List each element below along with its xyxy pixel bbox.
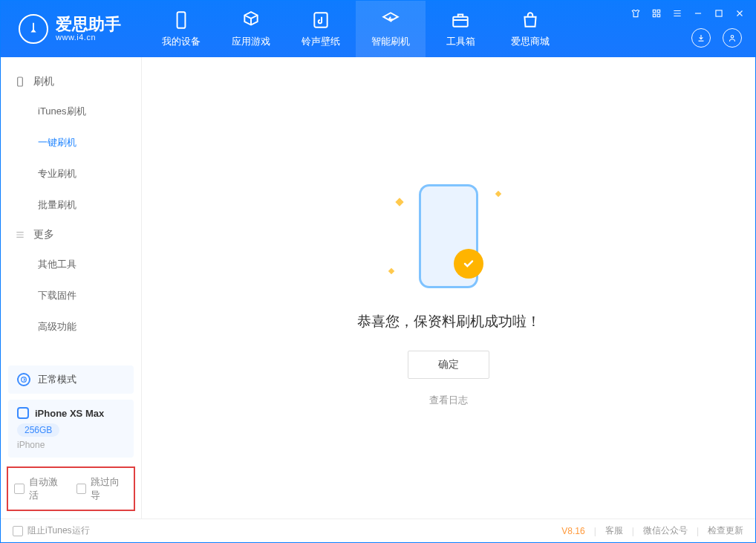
device-storage-pill: 256GB — [17, 423, 59, 437]
refresh-icon — [380, 10, 401, 30]
nav-my-device[interactable]: 我的设备 — [146, 1, 216, 57]
sidebar-item-itunes-flash[interactable]: iTunes刷机 — [1, 96, 141, 127]
phone-illustration-icon — [419, 184, 478, 288]
status-link-support[interactable]: 客服 — [605, 524, 623, 537]
body-area: 刷机 iTunes刷机 一键刷机 专业刷机 批量刷机 更多 其他工具 下载固件 … — [1, 57, 755, 518]
sidebar-group-more: 更多 — [1, 221, 141, 249]
checkbox-icon — [13, 526, 23, 536]
statusbar: 阻止iTunes运行 V8.16 | 客服 | 微信公众号 | 检查更新 — [1, 518, 755, 542]
success-illustration — [374, 169, 523, 303]
view-log-link[interactable]: 查看日志 — [429, 394, 468, 407]
device-name-label: iPhone XS Max — [35, 408, 104, 419]
svg-rect-1 — [314, 13, 327, 27]
sparkle-icon — [395, 198, 403, 206]
mode-indicator-icon — [17, 373, 30, 386]
status-link-update[interactable]: 检查更新 — [708, 524, 743, 537]
nav-ringtones-wallpapers[interactable]: 铃声壁纸 — [286, 1, 356, 57]
cube-icon — [241, 10, 261, 30]
device-type-label: iPhone — [17, 440, 125, 450]
status-link-wechat[interactable]: 微信公众号 — [643, 524, 688, 537]
phone-outline-icon — [14, 76, 26, 88]
checkbox-icon — [14, 484, 25, 494]
close-icon[interactable] — [734, 8, 745, 21]
window-controls — [630, 1, 755, 57]
grid-icon[interactable] — [651, 8, 662, 21]
check-badge-icon — [454, 249, 483, 279]
sidebar-item-advanced[interactable]: 高级功能 — [1, 311, 141, 342]
version-label: V8.16 — [561, 526, 584, 536]
sparkle-icon — [388, 267, 394, 273]
nav-apps-games[interactable]: 应用游戏 — [216, 1, 286, 57]
sidebar-group-flash: 刷机 — [1, 68, 141, 96]
toolbox-icon — [450, 10, 471, 30]
options-highlighted-box: 自动激活 跳过向导 — [7, 466, 135, 511]
svg-rect-5 — [653, 14, 656, 17]
shirt-icon[interactable] — [630, 8, 641, 21]
sidebar-item-batch-flash[interactable]: 批量刷机 — [1, 189, 141, 221]
skip-guide-checkbox[interactable]: 跳过向导 — [76, 475, 128, 502]
sidebar-item-pro-flash[interactable]: 专业刷机 — [1, 158, 141, 189]
minimize-icon[interactable] — [693, 8, 703, 21]
main-nav: 我的设备 应用游戏 铃声壁纸 智能刷机 工具箱 爱思商城 — [146, 1, 565, 57]
nav-toolbox[interactable]: 工具箱 — [426, 1, 495, 57]
sidebar-item-one-click-flash[interactable]: 一键刷机 — [1, 127, 141, 158]
titlebar: 爱思助手 www.i4.cn 我的设备 应用游戏 铃声壁纸 智能刷机 — [1, 1, 755, 57]
music-icon — [310, 10, 331, 30]
auto-activate-checkbox[interactable]: 自动激活 — [14, 475, 66, 502]
block-itunes-checkbox[interactable]: 阻止iTunes运行 — [13, 524, 90, 537]
maximize-icon[interactable] — [714, 8, 724, 21]
menu-icon[interactable] — [672, 8, 682, 21]
svg-rect-0 — [177, 12, 186, 28]
mode-label: 正常模式 — [38, 373, 76, 386]
main-content: 恭喜您，保资料刷机成功啦！ 确定 查看日志 — [142, 57, 755, 518]
svg-point-8 — [731, 36, 734, 39]
ok-button[interactable]: 确定 — [408, 351, 489, 379]
device-icon — [171, 10, 192, 30]
svg-rect-2 — [453, 17, 468, 27]
app-name: 爱思助手 — [56, 16, 121, 33]
nav-shop[interactable]: 爱思商城 — [495, 1, 565, 57]
user-icon[interactable] — [723, 28, 742, 48]
svg-rect-3 — [653, 10, 656, 13]
app-window: 爱思助手 www.i4.cn 我的设备 应用游戏 铃声壁纸 智能刷机 — [0, 0, 756, 543]
sparkle-icon — [495, 190, 501, 196]
device-card[interactable]: iPhone XS Max 256GB iPhone — [8, 400, 134, 458]
device-small-icon — [17, 407, 29, 419]
svg-rect-7 — [716, 10, 722, 16]
app-url: www.i4.cn — [56, 33, 121, 42]
checkbox-icon — [76, 484, 87, 494]
list-icon — [14, 229, 26, 241]
download-icon[interactable] — [691, 28, 711, 48]
shop-icon — [520, 10, 541, 30]
sidebar: 刷机 iTunes刷机 一键刷机 专业刷机 批量刷机 更多 其他工具 下载固件 … — [1, 57, 142, 518]
logo-block: 爱思助手 www.i4.cn — [1, 1, 139, 57]
svg-rect-9 — [18, 77, 23, 86]
mode-card[interactable]: 正常模式 — [8, 365, 134, 394]
sidebar-item-download-firmware[interactable]: 下载固件 — [1, 280, 141, 311]
nav-smart-flash[interactable]: 智能刷机 — [356, 1, 426, 57]
svg-rect-4 — [657, 10, 660, 13]
success-message: 恭喜您，保资料刷机成功啦！ — [357, 312, 541, 331]
app-logo-icon — [19, 14, 48, 44]
svg-rect-6 — [657, 14, 660, 17]
sidebar-item-other-tools[interactable]: 其他工具 — [1, 249, 141, 280]
